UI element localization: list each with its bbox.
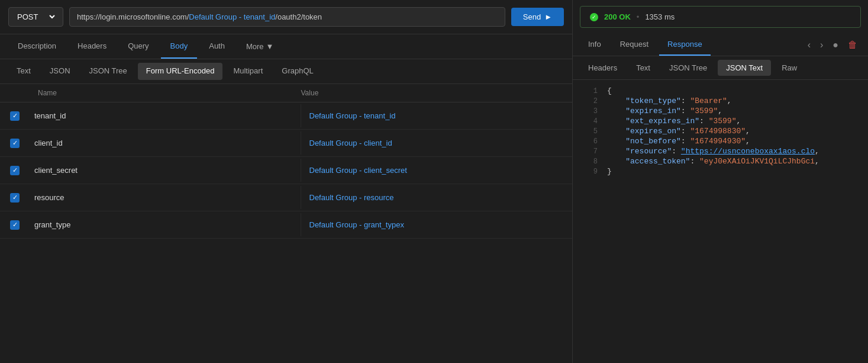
- left-panel: POST GET PUT DELETE PATCH https://login.…: [0, 0, 573, 363]
- top-bar: POST GET PUT DELETE PATCH https://login.…: [0, 0, 572, 34]
- send-button[interactable]: Send ►: [511, 8, 564, 26]
- main-layout: POST GET PUT DELETE PATCH https://login.…: [0, 0, 868, 363]
- tab-body[interactable]: Body: [161, 34, 198, 59]
- json-val-7[interactable]: "https://usnconeboxax1aos.clo: [681, 147, 815, 156]
- row-check-3[interactable]: [0, 159, 30, 182]
- url-suffix: /oauth2/token: [275, 12, 322, 21]
- json-key-3: "expires_in": [607, 107, 681, 115]
- line-num-6: 6: [580, 137, 598, 146]
- more-label: More: [246, 42, 264, 51]
- method-dropdown[interactable]: POST GET PUT DELETE PATCH: [15, 12, 57, 22]
- table-row: client_secret Default Group - client_sec…: [0, 157, 572, 184]
- table-row: tenant_id Default Group - tenant_id: [0, 102, 572, 130]
- sub-tabs: Text JSON JSON Tree Form URL-Encoded Mul…: [0, 59, 572, 84]
- json-key-4: "ext_expires_in": [607, 117, 699, 126]
- status-time: 1353 ms: [645, 12, 675, 21]
- params-table: Name Value tenant_id Default Group - ten…: [0, 84, 572, 363]
- json-val-3: "3599": [690, 107, 718, 115]
- row-check-4[interactable]: [0, 186, 30, 210]
- delete-icon[interactable]: 🗑: [844, 37, 861, 53]
- resp-tab-nav: ‹ › ● 🗑: [804, 37, 861, 53]
- json-line-3: 3 "expires_in" : "3599" ,: [573, 106, 868, 116]
- url-variable: Default Group - tenant_id: [189, 12, 275, 21]
- col-name-header: Name: [38, 89, 301, 97]
- table-header: Name Value: [0, 84, 572, 102]
- resp-tab-request[interactable]: Request: [612, 34, 657, 56]
- json-key-7: "resource": [607, 147, 672, 156]
- line-num-4: 4: [580, 117, 598, 126]
- json-viewer: 1 { 2 "token_type" : "Bearer" , 3 "expir…: [573, 80, 868, 363]
- row-value-1: Default Group - tenant_id: [301, 104, 573, 127]
- json-line-8: 8 "access_token" : "eyJ0eXAiOiJKV1QiLCJh…: [573, 156, 868, 166]
- row-name-5: grant_type: [30, 213, 301, 236]
- checkbox-1[interactable]: [10, 111, 20, 121]
- history-icon[interactable]: ●: [829, 37, 842, 53]
- line-num-5: 5: [580, 127, 598, 136]
- resp-sub-raw[interactable]: Raw: [773, 60, 805, 76]
- checkbox-4[interactable]: [10, 193, 20, 203]
- status-text: 200 OK: [604, 12, 631, 21]
- response-tabs: Info Request Response ‹ › ● 🗑: [573, 34, 868, 56]
- table-row: resource Default Group - resource: [0, 184, 572, 211]
- resp-sub-json-text[interactable]: JSON Text: [718, 60, 771, 76]
- json-line-1: 1 {: [573, 86, 868, 96]
- row-name-3: client_secret: [30, 159, 301, 182]
- tab-auth[interactable]: Auth: [199, 34, 234, 59]
- row-name-1: tenant_id: [30, 104, 301, 127]
- row-name-2: client_id: [30, 131, 301, 155]
- row-check-2[interactable]: [0, 131, 30, 155]
- row-check-1[interactable]: [0, 104, 30, 128]
- url-base: https://login.microsoftonline.com/: [77, 12, 189, 21]
- sub-tab-json-tree[interactable]: JSON Tree: [81, 60, 135, 82]
- send-icon: ►: [544, 12, 552, 21]
- resp-tab-info[interactable]: Info: [580, 34, 609, 56]
- line-num-2: 2: [580, 97, 598, 105]
- json-key-6: "not_before": [607, 137, 681, 146]
- json-brace-close: }: [607, 167, 612, 176]
- row-value-4: Default Group - resource: [301, 186, 573, 209]
- nav-prev-button[interactable]: ‹: [804, 37, 814, 53]
- row-value-3: Default Group - client_secret: [301, 159, 573, 182]
- method-selector[interactable]: POST GET PUT DELETE PATCH: [8, 7, 63, 27]
- col-check: [8, 89, 38, 97]
- sub-tab-json[interactable]: JSON: [41, 60, 79, 82]
- col-value-header: Value: [301, 89, 564, 97]
- tab-description[interactable]: Description: [8, 34, 66, 59]
- resp-sub-text[interactable]: Text: [628, 60, 659, 76]
- line-num-1: 1: [580, 87, 598, 95]
- right-panel: 200 OK • 1353 ms Info Request Response ‹…: [573, 0, 868, 363]
- checkbox-5[interactable]: [10, 220, 20, 230]
- checkbox-2[interactable]: [10, 139, 20, 148]
- json-val-6: "1674994930": [690, 137, 746, 146]
- tab-query[interactable]: Query: [118, 34, 158, 59]
- tab-more[interactable]: More ▼: [237, 35, 283, 58]
- row-value-5: Default Group - grant_typex: [301, 213, 573, 236]
- json-key-2: "token_type": [607, 97, 681, 105]
- row-name-4: resource: [30, 186, 301, 209]
- json-line-6: 6 "not_before" : "1674994930" ,: [573, 136, 868, 146]
- tab-headers[interactable]: Headers: [68, 34, 116, 59]
- resp-tab-response[interactable]: Response: [659, 34, 711, 56]
- nav-next-button[interactable]: ›: [817, 37, 827, 53]
- status-separator: •: [637, 12, 640, 21]
- json-key-5: "expires_on": [607, 127, 681, 136]
- main-tabs: Description Headers Query Body Auth More…: [0, 34, 572, 59]
- url-bar[interactable]: https://login.microsoftonline.com/ Defau…: [69, 7, 505, 27]
- line-num-8: 8: [580, 158, 598, 166]
- status-dot: [590, 13, 598, 21]
- sub-tab-multipart[interactable]: Multipart: [225, 60, 271, 82]
- resp-sub-headers[interactable]: Headers: [580, 60, 625, 76]
- json-line-4: 4 "ext_expires_in" : "3599" ,: [573, 116, 868, 126]
- json-line-7: 7 "resource" : "https://usnconeboxax1aos…: [573, 146, 868, 156]
- json-val-5: "1674998830": [690, 127, 746, 136]
- send-label: Send: [523, 12, 541, 21]
- sub-tab-graphql[interactable]: GraphQL: [273, 60, 321, 82]
- checkbox-3[interactable]: [10, 166, 20, 175]
- row-check-5[interactable]: [0, 213, 30, 237]
- response-sub-tabs: Headers Text JSON Tree JSON Text Raw: [573, 56, 868, 80]
- sub-tab-text[interactable]: Text: [8, 60, 39, 82]
- json-val-4: "3599": [709, 117, 737, 126]
- json-line-5: 5 "expires_on" : "1674998830" ,: [573, 126, 868, 136]
- sub-tab-form-url-encoded[interactable]: Form URL-Encoded: [138, 63, 223, 80]
- resp-sub-json-tree[interactable]: JSON Tree: [661, 60, 715, 76]
